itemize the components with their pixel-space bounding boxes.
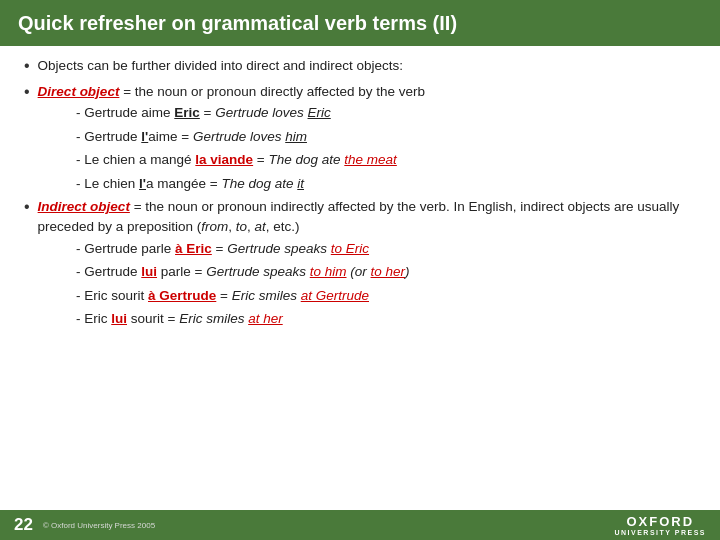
- de1-italian-pre: Gertrude loves: [215, 105, 307, 120]
- indirect-to: to: [236, 219, 247, 234]
- bullet-icon-3: •: [24, 198, 30, 216]
- page-number: 22: [14, 515, 33, 535]
- de3-italian-pre: The dog ate: [269, 152, 345, 167]
- de2-italian-pre: Gertrude loves: [193, 129, 285, 144]
- ie3-highlight: à Gertrude: [148, 288, 216, 303]
- indirect-example-4: - Eric lui sourit = Eric smiles at her: [76, 309, 696, 329]
- direct-example-1: - Gertrude aime Eric = Gertrude loves Er…: [76, 103, 696, 123]
- indirect-object-text: Indirect object = the noun or pronoun in…: [38, 197, 696, 236]
- slide-footer: 22 © Oxford University Press 2005 OXFORD…: [0, 510, 720, 540]
- ie3-italian-hl: at Gertrude: [301, 288, 369, 303]
- direct-example-3: - Le chien a mangé la viande = The dog a…: [76, 150, 696, 170]
- de2-middle: aime =: [148, 129, 193, 144]
- de1-highlight: Eric: [174, 105, 200, 120]
- de3-middle: =: [253, 152, 268, 167]
- ie2-suffix-hl: to her: [371, 264, 406, 279]
- indirect-example-3: - Eric sourit à Gertrude = Eric smiles a…: [76, 286, 696, 306]
- oxford-text: OXFORD: [614, 514, 706, 529]
- slide-content: • Objects can be further divided into di…: [0, 46, 720, 339]
- objects-intro-text: Objects can be further divided into dire…: [38, 56, 403, 76]
- ie2-suffix: (or: [347, 264, 371, 279]
- oxford-logo: OXFORD UNIVERSITY PRESS: [614, 514, 706, 536]
- ie1-highlight: à Eric: [175, 241, 212, 256]
- direct-object-definition: = the noun or pronoun directly affected …: [119, 84, 425, 99]
- indirect-example-2: - Gertrude lui parle = Gertrude speaks t…: [76, 262, 696, 282]
- de4-middle: a mangée =: [146, 176, 221, 191]
- ie2-italian-hl: to him: [310, 264, 347, 279]
- ie2-highlight: lui: [141, 264, 157, 279]
- bullet-icon-2: •: [24, 83, 30, 101]
- de4-highlight: l': [139, 176, 146, 191]
- indirect-object-label: Indirect object: [38, 199, 130, 214]
- indirect-at: at: [255, 219, 266, 234]
- indirect-from: from: [201, 219, 228, 234]
- de4-italian-hl: it: [297, 176, 304, 191]
- ie3-prefix: - Eric sourit: [76, 288, 148, 303]
- de4-italian-pre: The dog ate: [221, 176, 297, 191]
- de1-middle: =: [200, 105, 215, 120]
- ie4-middle: sourit =: [127, 311, 179, 326]
- ie3-middle: =: [216, 288, 231, 303]
- de2-italian-hl: him: [285, 129, 307, 144]
- ie2-prefix: - Gertrude: [76, 264, 141, 279]
- ie1-middle: =: [212, 241, 227, 256]
- ie1-italian-hl: to Eric: [331, 241, 369, 256]
- ie4-italian-hl: at her: [248, 311, 283, 326]
- de1-italian-hl: Eric: [308, 105, 331, 120]
- slide-header: Quick refresher on grammatical verb term…: [0, 0, 720, 46]
- copyright-text: © Oxford University Press 2005: [43, 521, 155, 530]
- ie4-highlight: lui: [111, 311, 127, 326]
- ie3-italian-pre: Eric smiles: [232, 288, 301, 303]
- university-press-text: UNIVERSITY PRESS: [614, 529, 706, 536]
- de3-prefix: - Le chien a mangé: [76, 152, 195, 167]
- ie2-suffix-end: ): [405, 264, 410, 279]
- direct-object-label: Direct object: [38, 84, 120, 99]
- indirect-object-def: = the noun or pronoun indirectly affecte…: [38, 199, 680, 234]
- bullet-item-direct: • Direct object = the noun or pronoun di…: [24, 82, 696, 102]
- bullet-icon: •: [24, 57, 30, 75]
- direct-example-4: - Le chien l'a mangée = The dog ate it: [76, 174, 696, 194]
- ie4-italian-pre: Eric smiles: [179, 311, 248, 326]
- bullet-item-indirect: • Indirect object = the noun or pronoun …: [24, 197, 696, 236]
- direct-example-2: - Gertrude l'aime = Gertrude loves him: [76, 127, 696, 147]
- header-title: Quick refresher on grammatical verb term…: [18, 12, 457, 34]
- de4-prefix: - Le chien: [76, 176, 139, 191]
- direct-examples: - Gertrude aime Eric = Gertrude loves Er…: [76, 103, 696, 193]
- de1-prefix: - Gertrude aime: [76, 105, 174, 120]
- ie1-prefix: - Gertrude parle: [76, 241, 175, 256]
- direct-object-text: Direct object = the noun or pronoun dire…: [38, 82, 425, 102]
- indirect-example-1: - Gertrude parle à Eric = Gertrude speak…: [76, 239, 696, 259]
- de3-italian-hl: the meat: [344, 152, 397, 167]
- de2-prefix: - Gertrude: [76, 129, 141, 144]
- ie4-prefix: - Eric: [76, 311, 111, 326]
- ie1-italian-pre: Gertrude speaks: [227, 241, 331, 256]
- de3-highlight: la viande: [195, 152, 253, 167]
- indirect-examples: - Gertrude parle à Eric = Gertrude speak…: [76, 239, 696, 329]
- bullet-item-intro: • Objects can be further divided into di…: [24, 56, 696, 76]
- ie2-italian-pre: Gertrude speaks: [206, 264, 310, 279]
- ie2-middle: parle =: [157, 264, 206, 279]
